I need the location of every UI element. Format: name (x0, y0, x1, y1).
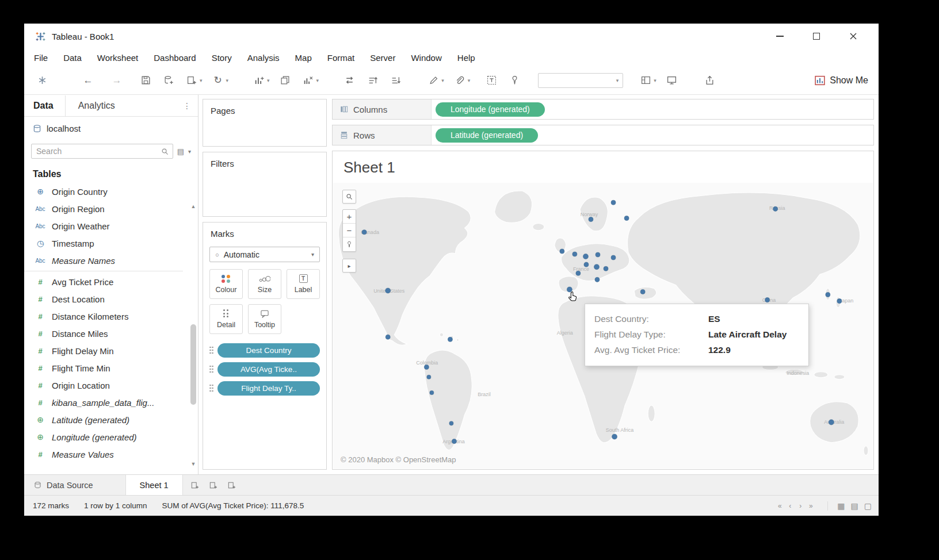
close-button[interactable] (849, 32, 858, 41)
field-measure-names[interactable]: AbcMeasure Names (24, 252, 189, 269)
chevron-down-icon[interactable]: ▾ (654, 78, 656, 83)
fit-dropdown[interactable]: ▾ (538, 73, 623, 88)
chevron-down-icon[interactable]: ▾ (267, 78, 270, 83)
presentation-mode-button[interactable] (665, 72, 680, 89)
redo-button[interactable]: → (109, 72, 124, 89)
tab-data-source[interactable]: Data Source (24, 475, 126, 495)
new-worksheet-button[interactable] (184, 72, 199, 89)
menu-item-worksheet[interactable]: Worksheet (97, 53, 138, 63)
new-story-tab-button[interactable] (224, 478, 239, 493)
detail-button[interactable]: Detail (209, 304, 243, 334)
map-toolbar-expand-button[interactable]: ▸ (342, 259, 356, 273)
fields-scrollbar[interactable]: ▲ ▼ (189, 202, 198, 469)
chevron-down-icon[interactable]: ▾ (226, 78, 229, 83)
field-origin-region[interactable]: AbcOrigin Region (24, 200, 189, 217)
map-mark-0[interactable] (362, 230, 367, 235)
field-measure-values[interactable]: #Measure Values (24, 446, 189, 463)
new-dashboard-tab-button[interactable] (206, 478, 221, 493)
refresh-button[interactable]: ↻ (211, 72, 226, 89)
first-sheet-button[interactable]: « (774, 502, 785, 510)
field-origin-weather[interactable]: AbcOrigin Weather (24, 217, 189, 235)
pill-avg-ticket-price[interactable]: AVG(Avg Ticke.. (217, 362, 320, 377)
map-mark-29[interactable] (612, 434, 617, 439)
menu-item-data[interactable]: Data (63, 53, 82, 63)
menu-item-file[interactable]: File (34, 53, 48, 63)
last-sheet-button[interactable]: » (806, 502, 816, 510)
filters-shelf[interactable]: Filters (203, 152, 327, 217)
chevron-down-icon[interactable]: ▾ (188, 148, 191, 155)
map-search-button[interactable] (342, 190, 356, 204)
show-sheet-view-icon[interactable]: ▢ (864, 501, 872, 511)
new-worksheet-tab-button[interactable] (188, 478, 203, 493)
tab-data[interactable]: Data (24, 95, 65, 116)
field-origin-location[interactable]: #Origin Location (24, 377, 189, 394)
highlight-button[interactable] (426, 72, 441, 89)
duplicate-button[interactable] (278, 72, 293, 89)
chevron-down-icon[interactable]: ▾ (316, 78, 319, 83)
menu-item-story[interactable]: Story (212, 53, 232, 63)
tableau-asterisk-icon[interactable] (35, 72, 49, 89)
map-mark-23[interactable] (640, 289, 645, 294)
menu-item-analysis[interactable]: Analysis (247, 53, 280, 63)
menu-item-format[interactable]: Format (327, 53, 355, 63)
map-mark-21[interactable] (595, 277, 600, 282)
maximize-button[interactable] (812, 32, 821, 41)
tab-analytics[interactable]: Analytics (65, 95, 127, 116)
menu-item-help[interactable]: Help (457, 53, 475, 63)
map-mark-15[interactable] (596, 252, 600, 257)
attach-button[interactable] (452, 72, 467, 89)
map-mark-6[interactable] (430, 390, 434, 394)
chevron-down-icon[interactable]: ▾ (441, 78, 444, 83)
next-sheet-button[interactable]: › (795, 502, 806, 510)
label-button[interactable]: T Label (287, 269, 320, 299)
mark-type-dropdown[interactable]: ○ Automatic ▾ (209, 247, 320, 262)
undo-button[interactable]: ← (81, 72, 96, 89)
connection-row[interactable]: localhost (24, 117, 198, 140)
map-mark-19[interactable] (604, 266, 608, 271)
field-distance-miles[interactable]: #Distance Miles (24, 325, 189, 342)
pill-longitude-generated[interactable]: Longitude (generated) (436, 102, 545, 117)
map-mark-7[interactable] (449, 421, 453, 425)
map-mark-20[interactable] (576, 271, 581, 275)
search-box[interactable] (31, 144, 173, 159)
map-mark-9[interactable] (589, 217, 593, 221)
map-mark-16[interactable] (611, 255, 616, 260)
add-chart-button[interactable] (251, 72, 266, 89)
field-dest-location[interactable]: #Dest Location (24, 290, 189, 308)
field-longitude-generated[interactable]: ⊕Longitude (generated) (24, 428, 189, 446)
field-kibana-sample-data-flig[interactable]: #kibana_sample_data_flig... (24, 394, 189, 411)
tooltip-button[interactable]: Tooltip (248, 304, 281, 334)
field-flight-delay-min[interactable]: #Flight Delay Min (24, 342, 189, 359)
menu-item-map[interactable]: Map (295, 53, 312, 63)
fix-axes-pin-button[interactable] (507, 72, 522, 89)
show-me-button[interactable]: Show Me (815, 75, 868, 86)
map-mark-2[interactable] (385, 335, 390, 339)
zoom-in-button[interactable]: + (343, 210, 356, 224)
map-mark-26[interactable] (826, 293, 830, 297)
field-avg-ticket-price[interactable]: #Avg Ticket Price (24, 273, 189, 290)
field-origin-country[interactable]: ⊕Origin Country (24, 183, 189, 200)
pages-shelf[interactable]: Pages (203, 99, 327, 147)
view-as-list-icon[interactable]: ▤ (177, 147, 184, 156)
scroll-down-icon[interactable]: ▼ (191, 461, 196, 467)
map-pin-button[interactable] (343, 237, 356, 251)
map-mark-8[interactable] (452, 439, 456, 444)
clear-sheet-button[interactable] (301, 72, 316, 89)
pill-dest-country[interactable]: Dest Country (217, 343, 320, 358)
map-mark-14[interactable] (583, 254, 588, 259)
map-view[interactable]: CanadaUnited StatesColombiaBrazilArgenti… (333, 183, 873, 469)
field-timestamp[interactable]: ◷Timestamp (24, 235, 189, 252)
sort-ascending-button[interactable] (365, 72, 380, 89)
tab-sheet-1[interactable]: Sheet 1 (126, 475, 183, 495)
new-data-source-button[interactable] (161, 72, 176, 89)
rows-shelf[interactable]: Rows Latitude (generated) (332, 125, 874, 145)
map-mark-18[interactable] (594, 264, 599, 270)
previous-sheet-button[interactable]: ‹ (785, 502, 795, 510)
show-cards-button[interactable] (638, 72, 653, 89)
chevron-down-icon[interactable]: ▾ (468, 78, 471, 83)
map-mark-4[interactable] (424, 365, 429, 370)
pane-options-icon[interactable]: ⋮ (183, 101, 198, 110)
map-mark-13[interactable] (572, 252, 577, 256)
field-latitude-generated[interactable]: ⊕Latitude (generated) (24, 411, 189, 428)
field-flight-time-min[interactable]: #Flight Time Min (24, 359, 189, 377)
